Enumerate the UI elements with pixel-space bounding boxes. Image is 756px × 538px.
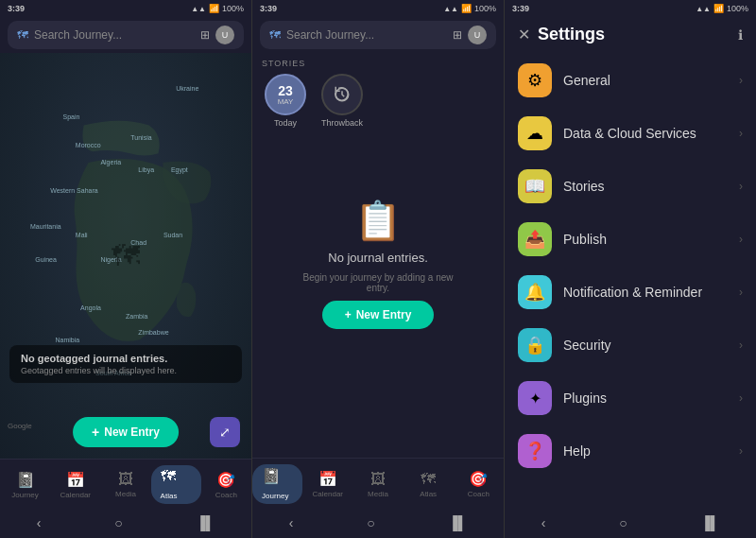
nav-journey-2[interactable]: 📓 Journey — [252, 464, 302, 504]
search-bar-2[interactable]: 🗺 Search Journey... ⊞ U — [260, 21, 496, 49]
journey-icon-1: 🗺 — [17, 28, 28, 42]
search-bar-1[interactable]: 🗺 Search Journey... ⊞ U — [8, 21, 244, 49]
wifi-icon-3: 📶 — [713, 4, 724, 13]
status-bar-1: 3:39 ▲▲ 📶 100% — [0, 0, 251, 17]
notif-icon: 🔔 — [518, 275, 552, 309]
signal-icon-3: ▲▲ — [696, 5, 711, 13]
no-entries-title-1: No geotagged journal entries. — [21, 353, 231, 364]
nav-atlas-1[interactable]: 🗺 Atlas — [151, 465, 201, 504]
back-btn-2[interactable]: ‹ — [274, 512, 309, 534]
plus-icon-1: + — [92, 425, 99, 440]
settings-item-plugins[interactable]: ✦ Plugins › — [505, 372, 756, 425]
security-chevron: › — [739, 338, 743, 352]
settings-item-notif[interactable]: 🔔 Notification & Reminder › — [505, 266, 756, 319]
settings-list: ⚙ General › ☁ Data & Cloud Services › 📖 … — [505, 50, 756, 508]
notif-chevron: › — [739, 286, 743, 299]
back-btn-3[interactable]: ‹ — [526, 512, 561, 534]
clock-icon — [334, 86, 351, 103]
avatar-1[interactable]: U — [215, 26, 234, 44]
settings-item-security[interactable]: 🔒 Security › — [505, 319, 756, 372]
search-input-1[interactable]: Search Journey... — [34, 28, 195, 42]
status-bar-2: 3:39 ▲▲ 📶 100% — [252, 0, 504, 17]
nav-calendar-2[interactable]: 📅 Calendar — [302, 470, 352, 498]
wifi-icon-1: 📶 — [209, 4, 219, 13]
journal-empty-subtitle: Begin your journey by adding a new entry… — [302, 272, 454, 293]
settings-item-publish[interactable]: 📤 Publish › — [505, 213, 756, 266]
map-center-icon: 🗺 — [112, 240, 140, 272]
cloud-icon: ☁ — [518, 116, 552, 150]
story-throwback[interactable]: Throwback — [318, 74, 366, 128]
cloud-chevron: › — [739, 127, 743, 140]
atlas-nav-label-2: Atlas — [420, 490, 437, 498]
settings-close-button[interactable]: ✕ — [518, 26, 530, 43]
settings-info-button[interactable]: ℹ — [738, 27, 743, 43]
no-entries-overlay: No geotagged journal entries. Geotagged … — [9, 345, 242, 383]
publish-chevron: › — [739, 233, 743, 246]
home-btn-1[interactable]: ○ — [99, 512, 137, 534]
new-entry-button-2[interactable]: + New Entry — [322, 301, 435, 329]
no-entries-subtitle-1: Geotagged entries will be displayed here… — [21, 366, 231, 375]
nav-media-2[interactable]: 🖼 Media — [352, 471, 403, 498]
help-icon: ❓ — [518, 434, 552, 468]
new-entry-button-1[interactable]: + New Entry — [73, 417, 179, 447]
map-area[interactable]: Ukraine Spain Morocco Tunisia Algeria We… — [0, 53, 251, 459]
coach-nav-label-1: Coach — [215, 491, 237, 499]
empty-journal-icon: 📋 — [354, 199, 402, 243]
back-btn-1[interactable]: ‹ — [22, 512, 57, 534]
grid-icon-2[interactable]: ⊞ — [453, 28, 462, 42]
plus-icon-2: + — [345, 308, 352, 321]
throwback-label: Throwback — [321, 118, 363, 128]
nav-coach-1[interactable]: 🎯 Coach — [201, 471, 251, 499]
today-date: 23 — [278, 84, 293, 97]
notif-label: Notification & Reminder — [563, 285, 728, 300]
plugins-chevron: › — [739, 391, 743, 405]
search-input-2[interactable]: Search Journey... — [286, 28, 447, 42]
settings-item-help[interactable]: ❓ Help › — [505, 425, 756, 477]
cloud-label: Data & Cloud Services — [563, 126, 728, 141]
home-btn-3[interactable]: ○ — [604, 512, 642, 534]
calendar-nav-icon-2: 📅 — [318, 470, 337, 488]
journey-nav-label-1: Journey — [11, 491, 38, 499]
general-icon: ⚙ — [518, 63, 552, 97]
calendar-nav-icon-1: 📅 — [66, 471, 85, 489]
stories-section: STORIES 23 MAY Today Throwba — [252, 53, 504, 133]
throwback-circle — [321, 74, 363, 115]
calendar-nav-label-2: Calendar — [313, 490, 343, 498]
settings-item-cloud[interactable]: ☁ Data & Cloud Services › — [505, 107, 756, 160]
settings-header: ✕ Settings ℹ — [505, 17, 756, 50]
signal-icon-1: ▲▲ — [191, 5, 206, 13]
nav-coach-2[interactable]: 🎯 Coach — [454, 470, 504, 498]
general-chevron: › — [739, 74, 743, 87]
recent-btn-1[interactable]: ▐▌ — [180, 512, 230, 534]
home-btn-2[interactable]: ○ — [352, 512, 389, 534]
security-label: Security — [563, 338, 728, 353]
stories-settings-label: Stories — [563, 179, 728, 194]
panel-journey: 3:39 ▲▲ 📶 100% 🗺 Search Journey... ⊞ U S… — [252, 0, 505, 538]
journey-nav-label-2: Journey — [262, 492, 288, 500]
recent-btn-3[interactable]: ▐▌ — [685, 512, 734, 534]
battery-3: 100% — [727, 4, 748, 13]
nav-journey-1[interactable]: 📓 Journey — [0, 471, 50, 499]
settings-item-stories[interactable]: 📖 Stories › — [505, 160, 756, 213]
media-nav-icon-1: 🖼 — [118, 471, 133, 488]
media-nav-icon-2: 🖼 — [370, 471, 386, 488]
nav-calendar-1[interactable]: 📅 Calendar — [50, 471, 100, 499]
journal-empty-title: No journal entries. — [328, 251, 428, 265]
recent-btn-2[interactable]: ▐▌ — [433, 512, 482, 534]
avatar-2[interactable]: U — [468, 26, 487, 44]
panel-atlas: 3:39 ▲▲ 📶 100% 🗺 Search Journey... ⊞ U — [0, 0, 252, 538]
coach-nav-icon-2: 🎯 — [469, 470, 488, 488]
story-today[interactable]: 23 MAY Today — [262, 74, 309, 128]
expand-button[interactable]: ⤢ — [210, 417, 240, 447]
stories-row: 23 MAY Today Throwback — [262, 74, 494, 128]
sys-nav-1: ‹ ○ ▐▌ — [0, 508, 251, 538]
status-icons-1: ▲▲ 📶 100% — [191, 4, 244, 13]
help-chevron: › — [739, 444, 743, 458]
nav-atlas-2[interactable]: 🗺 Atlas — [404, 471, 454, 498]
status-icons-3: ▲▲ 📶 100% — [696, 4, 748, 13]
settings-item-general[interactable]: ⚙ General › — [505, 54, 756, 107]
grid-icon-1[interactable]: ⊞ — [200, 28, 210, 42]
sys-nav-3: ‹ ○ ▐▌ — [505, 508, 756, 538]
nav-media-1[interactable]: 🖼 Media — [100, 471, 150, 498]
today-label: Today — [274, 118, 297, 128]
